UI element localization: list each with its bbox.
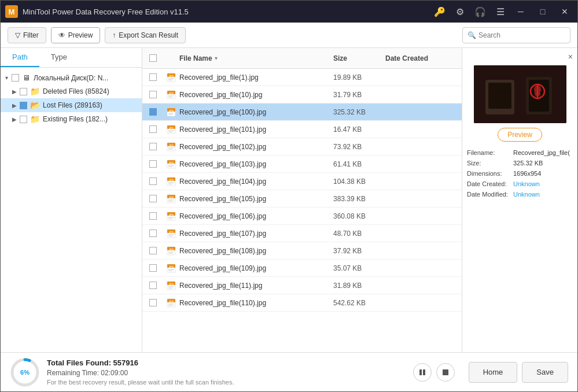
export-button[interactable]: ↑ Export Scan Result <box>105 27 186 43</box>
file-checkbox[interactable] <box>149 282 157 289</box>
sidebar: Path Type ▾ 🖥 Локальный Диск(D: N... ▶ 📁… <box>1 48 142 352</box>
preview-image <box>474 65 566 123</box>
svg-rect-88 <box>443 369 448 375</box>
file-checkbox[interactable] <box>149 143 157 150</box>
file-row[interactable]: JPG Recovered_jpg_file(102).jpg 73.92 KB <box>142 138 462 156</box>
save-button[interactable]: Save <box>522 362 568 383</box>
file-row[interactable]: JPG Recovered_jpg_file(104).jpg 104.38 K… <box>142 173 462 190</box>
file-row[interactable]: JPG Recovered_jpg_file(101).jpg 16.47 KB <box>142 121 462 138</box>
file-size: 16.47 KB <box>333 125 385 134</box>
svg-text:JPG: JPG <box>169 300 174 303</box>
meta-dimensions-label: Dimensions: <box>467 170 513 177</box>
chevron-down-icon: ▾ <box>3 75 10 82</box>
root-label: Локальный Диск(D: N... <box>34 74 108 82</box>
app-logo: M <box>5 5 18 18</box>
lost-checkbox[interactable] <box>20 102 27 109</box>
file-row[interactable]: JPG Recovered_jpg_file(105).jpg 383.39 K… <box>142 190 462 208</box>
existing-checkbox[interactable] <box>20 116 27 123</box>
meta-date-created-label: Date Created: <box>467 180 513 187</box>
file-row[interactable]: JPG Recovered_jpg_file(109).jpg 35.07 KB <box>142 260 462 277</box>
minimize-button[interactable]: ─ <box>513 3 529 20</box>
meta-size-label: Size: <box>467 160 513 167</box>
file-row[interactable]: JPG Recovered_jpg_file(110).jpg 542.62 K… <box>142 294 462 312</box>
file-checkbox[interactable] <box>149 91 157 98</box>
settings-icon[interactable]: ⚙ <box>454 5 466 19</box>
preview-close-button[interactable]: × <box>568 53 573 61</box>
file-checkbox[interactable] <box>149 160 157 168</box>
file-checkbox[interactable] <box>149 212 157 220</box>
file-row[interactable]: JPG Recovered_jpg_file(107).jpg 48.70 KB <box>142 225 462 242</box>
svg-rect-75 <box>488 83 511 109</box>
jpg-file-icon: JPG <box>167 177 176 186</box>
file-name: Recovered_jpg_file(11).jpg <box>179 282 333 290</box>
tree-item-deleted[interactable]: ▶ 📁 Deleted Files (85824) <box>1 84 142 98</box>
maximize-button[interactable]: □ <box>535 3 551 20</box>
menu-icon[interactable]: ☰ <box>494 5 507 19</box>
home-button[interactable]: Home <box>469 362 518 383</box>
tree-area: ▾ 🖥 Локальный Диск(D: N... ▶ 📁 Deleted F… <box>1 68 142 352</box>
deleted-checkbox[interactable] <box>20 88 27 95</box>
meta-date-modified-row: Date Modified: Unknown <box>467 189 573 199</box>
select-all-checkbox[interactable] <box>149 54 157 62</box>
tab-path[interactable]: Path <box>1 48 39 67</box>
svg-rect-25 <box>168 147 174 149</box>
preview-action-button[interactable]: Preview <box>498 128 542 142</box>
tree-root[interactable]: ▾ 🖥 Локальный Диск(D: N... <box>1 71 142 84</box>
file-checkbox[interactable] <box>149 247 157 254</box>
meta-filename-label: Filename: <box>467 149 513 156</box>
search-icon: 🔍 <box>467 31 476 39</box>
file-row[interactable]: JPG Recovered_jpg_file(103).jpg 61.41 KB <box>142 156 462 173</box>
file-row[interactable]: JPG Recovered_jpg_file(106).jpg 360.08 K… <box>142 208 462 225</box>
svg-rect-45 <box>168 217 174 218</box>
deleted-folder-icon: 📁 <box>30 87 40 96</box>
file-size: 542.62 KB <box>333 299 385 307</box>
file-checkbox[interactable] <box>149 125 157 133</box>
file-row[interactable]: JPG Recovered_jpg_file(10).jpg 31.79 KB <box>142 86 462 103</box>
col-date-header: Date Created <box>385 54 455 62</box>
pause-button[interactable] <box>413 363 432 382</box>
svg-rect-55 <box>168 252 174 253</box>
tree-item-existing[interactable]: ▶ 📁 Existing Files (182...) <box>1 112 142 126</box>
svg-rect-21 <box>168 131 172 132</box>
jpg-file-icon: JPG <box>167 90 176 99</box>
file-name: Recovered_jpg_file(108).jpg <box>179 247 333 255</box>
svg-rect-86 <box>419 369 422 375</box>
file-row[interactable]: JPG Recovered_jpg_file(1).jpg 19.89 KB <box>142 69 462 86</box>
svg-rect-11 <box>168 97 172 98</box>
jpg-file-icon: JPG <box>167 142 176 151</box>
preview-button[interactable]: 👁 Preview <box>51 27 101 43</box>
tab-type[interactable]: Type <box>39 48 79 67</box>
file-checkbox[interactable] <box>149 264 157 272</box>
file-checkbox[interactable] <box>149 108 157 116</box>
svg-text:JPG: JPG <box>169 75 174 77</box>
svg-text:JPG: JPG <box>169 196 174 199</box>
file-checkbox[interactable] <box>149 299 157 306</box>
tree-item-lost[interactable]: ▶ 📂 Lost Files (289163) <box>1 98 142 112</box>
status-hint: For the best recovery result, please wai… <box>47 379 406 386</box>
window-title: MiniTool Power Data Recovery Free Editio… <box>23 8 432 16</box>
file-row[interactable]: JPG Recovered_jpg_file(108).jpg 37.92 KB <box>142 242 462 260</box>
search-input[interactable] <box>478 31 565 39</box>
svg-text:JPG: JPG <box>169 248 174 251</box>
file-row[interactable]: JPG Recovered_jpg_file(100).jpg 325.32 K… <box>142 103 462 121</box>
file-checkbox[interactable] <box>149 230 157 237</box>
svg-rect-56 <box>168 253 172 254</box>
jpg-file-icon: JPG <box>167 108 176 117</box>
stop-button[interactable] <box>436 363 455 382</box>
file-checkbox[interactable] <box>149 177 157 185</box>
svg-rect-46 <box>168 218 172 219</box>
file-checkbox[interactable] <box>149 73 157 81</box>
svg-text:JPG: JPG <box>169 127 174 130</box>
jpg-file-icon: JPG <box>167 73 176 82</box>
filter-icon: ▽ <box>15 31 20 39</box>
meta-size-row: Size: 325.32 KB <box>467 158 573 168</box>
headphone-icon[interactable]: 🎧 <box>472 5 488 19</box>
tab-bar: Path Type <box>1 48 142 68</box>
root-checkbox[interactable] <box>12 74 19 82</box>
filter-button[interactable]: ▽ Filter <box>8 27 46 43</box>
svg-rect-10 <box>168 95 174 97</box>
file-checkbox[interactable] <box>149 195 157 202</box>
close-button[interactable]: ✕ <box>557 3 573 20</box>
file-row[interactable]: JPG Recovered_jpg_file(11).jpg 31.89 KB <box>142 277 462 294</box>
key-icon[interactable]: 🔑 <box>432 5 448 19</box>
